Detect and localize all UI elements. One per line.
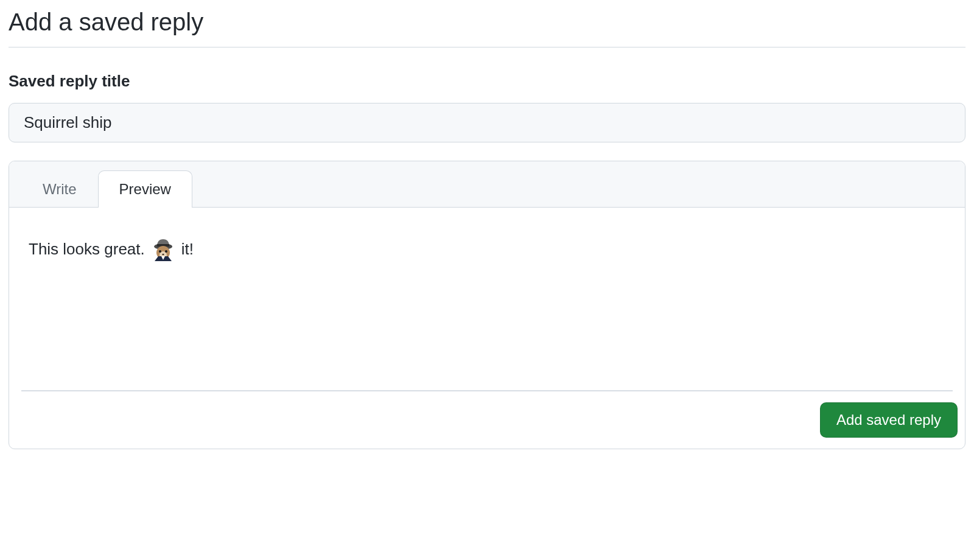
- svg-point-6: [162, 254, 164, 255]
- editor-footer: Add saved reply: [9, 391, 965, 449]
- saved-reply-title-input[interactable]: [9, 103, 965, 142]
- preview-text-before: This looks great.: [29, 240, 145, 259]
- preview-text-line: This looks great.: [29, 237, 945, 261]
- preview-content: This looks great.: [9, 208, 965, 390]
- svg-point-4: [159, 250, 161, 253]
- page-title: Add a saved reply: [9, 9, 965, 47]
- reply-editor: Write Preview This looks great.: [9, 161, 965, 449]
- tab-write[interactable]: Write: [21, 170, 98, 208]
- editor-tab-bar: Write Preview: [9, 161, 965, 208]
- preview-text-after: it!: [181, 240, 194, 259]
- shipit-squirrel-icon: [151, 237, 175, 261]
- svg-point-5: [165, 250, 167, 253]
- title-field-label: Saved reply title: [9, 72, 965, 91]
- add-saved-reply-button[interactable]: Add saved reply: [820, 402, 958, 438]
- tab-preview[interactable]: Preview: [98, 170, 192, 208]
